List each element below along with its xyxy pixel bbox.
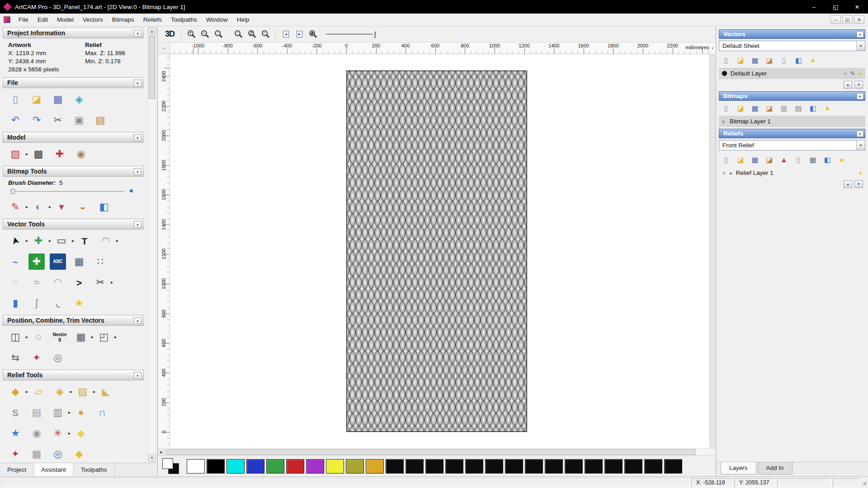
colour-swatch[interactable] [386, 459, 404, 474]
new-vector-layer-button[interactable]: ▯ [721, 56, 731, 65]
save-bitmap-layer-button[interactable]: ▦ [750, 104, 760, 113]
colour-swatch[interactable] [585, 459, 603, 474]
colour-swatch[interactable] [326, 459, 344, 474]
redo-button[interactable]: ↷ [28, 112, 45, 128]
collapse-icon[interactable]: ▲ [857, 31, 863, 38]
relief-layer-row[interactable]: + ▸ Relief Layer 1 ● [719, 167, 865, 178]
position-combine-trim-header[interactable]: Position, Combine, Trim Vectors ▲ [3, 315, 144, 326]
node-editing-button[interactable]: ~ [7, 253, 24, 270]
new-relief-sheet-button[interactable]: ▯ [793, 155, 803, 164]
open-relief-layer-button[interactable]: ◪ [736, 155, 745, 164]
colour-swatch[interactable] [525, 459, 543, 474]
move-layer-down-button[interactable]: ▼ [854, 180, 863, 188]
relief-tools-header[interactable]: Relief Tools ▲ [3, 370, 144, 380]
scroll-up-icon[interactable]: ▲ [148, 28, 156, 35]
group-vectors-button[interactable]: ◰ [96, 329, 112, 345]
vscroll-thumb[interactable] [710, 55, 715, 447]
colour-swatch[interactable] [664, 459, 682, 474]
layer-edit-icon[interactable]: ✎ [850, 70, 855, 77]
weave-wizard-button[interactable]: ▤ [28, 404, 45, 421]
create-polyline2-button[interactable]: > [71, 274, 87, 291]
create-star-button[interactable]: ★ [71, 295, 87, 311]
mdi-close-button[interactable]: ✕ [854, 15, 864, 24]
menu-help[interactable]: Help [232, 14, 254, 25]
vector-layer-name[interactable]: Default Layer [731, 70, 767, 77]
block-copy-button[interactable]: ▦ [73, 329, 89, 345]
calculate-relief-button[interactable]: ▲ [779, 155, 789, 164]
zoom-scale-button[interactable]: ◦ [212, 28, 225, 40]
colour-swatch[interactable] [306, 459, 324, 474]
colour-swatch[interactable] [644, 459, 662, 474]
toggle-all-vectors-visibility-button[interactable]: ● [808, 56, 818, 65]
collapse-icon[interactable]: ▲ [134, 30, 142, 37]
dropdown-icon[interactable]: ▼ [856, 141, 865, 150]
align-vectors-button[interactable]: ◫ [7, 329, 24, 345]
set-model-size-button[interactable]: ▧ [7, 146, 24, 162]
flyout-arrow[interactable]: ▸ [67, 404, 71, 421]
snap-points-button[interactable]: ∷ [92, 253, 108, 270]
flood-fill-button[interactable]: ◧ [96, 199, 112, 215]
relief-panel-preview[interactable] [346, 70, 527, 432]
model-lighting-button[interactable]: ▩ [30, 146, 47, 162]
colour-swatch[interactable] [545, 459, 563, 474]
maximize-button[interactable]: ◱ [825, 0, 846, 14]
flyout-arrow[interactable]: ▸ [25, 233, 29, 249]
create-text-button[interactable]: T [76, 233, 93, 249]
collapse-icon[interactable]: ▲ [857, 131, 863, 137]
ruler-options-icon[interactable]: ▼ [709, 42, 716, 54]
flyout-arrow[interactable]: ▸ [48, 199, 52, 215]
colour-swatch[interactable] [505, 459, 523, 474]
offset-relief-button[interactable]: ▥ [50, 404, 66, 421]
zoom-objects-button[interactable]: ○ [259, 28, 272, 40]
flyout-arrow[interactable]: ▸ [25, 146, 29, 162]
toggle-bitmap-visibility-button[interactable]: ● [822, 104, 832, 113]
hscroll-thumb[interactable] [166, 449, 696, 455]
colour-swatch[interactable] [465, 459, 483, 474]
menu-window[interactable]: Window [202, 14, 232, 25]
circular-copy-button[interactable]: ◌ [30, 329, 47, 345]
colour-swatch[interactable] [485, 459, 503, 474]
scrollbar-thumb[interactable] [149, 36, 155, 99]
new-sheet-button[interactable]: ▯ [779, 56, 789, 65]
bitmap-layer-row[interactable]: ◐ Bitmap Layer 1 [719, 116, 865, 127]
primary-colour-swatch[interactable] [162, 458, 173, 469]
angled-plane-button[interactable]: ◣ [98, 384, 114, 400]
import-bitmap-button[interactable]: ◪ [764, 104, 774, 113]
primary-colour-indicator[interactable] [162, 458, 183, 474]
save-model-button[interactable]: ▦ [50, 91, 66, 108]
sculpt-relief-button[interactable]: ▱ [30, 384, 47, 400]
wrap-text-button[interactable]: ◠ [98, 233, 114, 249]
tab-toolpaths[interactable]: Toolpaths [74, 463, 115, 476]
smooth-relief-button[interactable]: ◆ [7, 384, 24, 400]
smooth-curve-button[interactable]: S [7, 404, 24, 421]
colour-swatch[interactable] [187, 459, 205, 474]
colour-swatch[interactable] [207, 459, 225, 474]
colour-swatch[interactable] [624, 459, 642, 474]
flyout-arrow[interactable]: ▸ [25, 329, 29, 345]
line-width-preview[interactable]: ʃ [326, 29, 376, 40]
slider-handle[interactable] [11, 189, 15, 194]
split-bitmap-layer-button[interactable]: ▤ [793, 104, 803, 113]
ruler-corner-icon[interactable]: + [158, 42, 170, 54]
panel-toggle-icon[interactable]: ▶ [158, 449, 165, 455]
create-polyline-button[interactable]: ✚ [28, 253, 45, 270]
zoom-selection-button[interactable]: ◈ [307, 28, 319, 40]
menu-edit[interactable]: Edit [33, 14, 52, 25]
flyout-arrow[interactable]: ▸ [92, 384, 96, 400]
flyout-arrow[interactable]: ▸ [67, 425, 71, 441]
weld-vectors-button[interactable]: ✦ [28, 350, 45, 366]
zoom-in-button[interactable]: + [185, 28, 198, 40]
spiral-tool-button[interactable]: ◎ [50, 350, 66, 366]
measure-tool-button[interactable]: ∫ [28, 295, 45, 311]
merge-bitmap-layers-button[interactable]: ▥ [779, 104, 789, 113]
transform-vectors-button[interactable]: ✚ [30, 233, 47, 249]
toggle-relief-visibility-button[interactable]: ● [837, 155, 847, 164]
open-model-button[interactable]: ◪ [28, 91, 45, 108]
mesh-relief-button[interactable]: ▦ [28, 446, 45, 462]
create-bezier-button[interactable]: ◌ [7, 274, 24, 291]
relief-select[interactable]: Front Relief ▼ [719, 140, 865, 150]
layer-visibility-icon[interactable]: ● [859, 70, 862, 77]
minimize-button[interactable]: – [803, 0, 825, 14]
bitmap-layer-name[interactable]: Bitmap Layer 1 [730, 118, 771, 125]
colour-swatch[interactable] [406, 459, 424, 474]
